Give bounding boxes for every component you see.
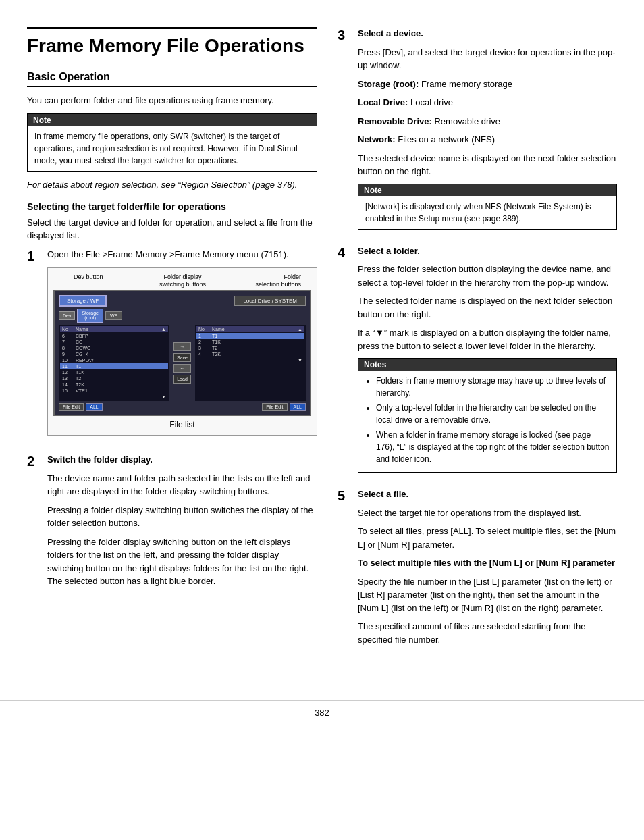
left-file-row-8[interactable]: 8CGWC bbox=[60, 345, 168, 351]
load-btn[interactable]: Load bbox=[173, 375, 191, 384]
right-list-name-header: Name bbox=[212, 327, 225, 332]
step-2-body1: The device name and folder path selected… bbox=[47, 472, 317, 498]
note-box-2: Note [Network] is displayed only when NF… bbox=[358, 184, 617, 230]
left-file-row-15[interactable]: 15VTR1 bbox=[60, 388, 168, 394]
note-body-2: [Network] is displayed only when NFS (Ne… bbox=[358, 196, 616, 229]
step-1: 1 Open the File >Frame Memory >Frame Mem… bbox=[27, 248, 317, 445]
step-5-number: 5 bbox=[338, 488, 351, 652]
step-4: 4 Select a folder. Press the folder sele… bbox=[338, 244, 617, 480]
folder-switching-label: Folder display switching buttons bbox=[159, 273, 206, 288]
note-label-1: Note bbox=[28, 114, 317, 126]
step-5-body2: To select all files, press [ALL]. To sel… bbox=[358, 525, 617, 551]
italic-note: For details about region selection, see … bbox=[27, 178, 317, 192]
left-all-btn[interactable]: ALL bbox=[86, 403, 102, 411]
notes-item-2: Only a top-level folder in the hierarchy… bbox=[376, 402, 610, 426]
step-2-title: Switch the folder display. bbox=[47, 453, 317, 467]
wf-btn[interactable]: WF bbox=[105, 311, 122, 320]
step-4-content: Select a folder. Press the folder select… bbox=[358, 244, 617, 480]
step-3-number: 3 bbox=[338, 27, 351, 236]
right-file-edit-btn[interactable]: File Edit bbox=[262, 403, 287, 411]
step-3-body: Press [Dev], and select the target devic… bbox=[358, 46, 617, 72]
step-5-content: Select a file. Select the target file fo… bbox=[358, 488, 617, 652]
right-list-no-header: No bbox=[198, 327, 212, 332]
step-1-number: 1 bbox=[27, 248, 41, 445]
basic-operation-body: You can perform folder and file operatio… bbox=[27, 94, 317, 107]
step-5-title: Select a file. bbox=[358, 488, 617, 501]
step-3-storage: Storage (root): Frame memory storage bbox=[358, 78, 617, 91]
right-all-btn[interactable]: ALL bbox=[290, 403, 306, 411]
step-4-title: Select a folder. bbox=[358, 244, 617, 258]
step-3-removable: Removable Drive: Removable drive bbox=[358, 115, 617, 128]
left-file-row-14[interactable]: 14T2K bbox=[60, 382, 168, 388]
step-2-number: 2 bbox=[27, 453, 41, 594]
page-container: Frame Memory File Operations Basic Opera… bbox=[0, 0, 644, 687]
step-2-body2: Pressing a folder display switching butt… bbox=[47, 504, 317, 530]
note-box-1: Note In frame memory file operations, on… bbox=[27, 113, 317, 172]
step-4-body1: Press the folder selection button displa… bbox=[358, 263, 617, 289]
arrow-left-btn[interactable]: ← bbox=[173, 364, 191, 373]
right-file-row-1[interactable]: 1T1 bbox=[196, 333, 304, 339]
folder-selection-label: Folder selection buttons bbox=[255, 273, 301, 288]
step-2-body3: Pressing the folder display switching bu… bbox=[47, 535, 317, 588]
left-column: Frame Memory File Operations Basic Opera… bbox=[27, 27, 317, 660]
left-file-row-6[interactable]: 6CBFP bbox=[60, 333, 168, 339]
local-drive-btn[interactable]: Local Drive / SYSTEM bbox=[234, 296, 306, 306]
right-file-row-3[interactable]: 3T2 bbox=[196, 345, 304, 351]
left-list-name-header: Name bbox=[76, 327, 88, 332]
step-4-number: 4 bbox=[338, 244, 351, 480]
step-3-footer: The selected device name is displayed on… bbox=[358, 152, 617, 178]
step-5: 5 Select a file. Select the target file … bbox=[338, 488, 617, 652]
step-4-body2: The selected folder name is displayed on… bbox=[358, 294, 617, 321]
left-file-row-7[interactable]: 7CG bbox=[60, 339, 168, 345]
step-5-sub-heading: To select multiple files with the [Num L… bbox=[358, 556, 617, 570]
basic-operation-heading: Basic Operation bbox=[27, 71, 317, 87]
step-3: 3 Select a device. Press [Dev], and sele… bbox=[338, 27, 617, 236]
step-3-network: Network: Files on a network (NFS) bbox=[358, 133, 617, 147]
file-list-caption: File list bbox=[53, 420, 311, 429]
storage-root-btn[interactable]: Storage(root) bbox=[77, 309, 103, 323]
diagram-container: Dev button Folder display switching butt… bbox=[47, 267, 317, 436]
left-file-row-12[interactable]: 12T1K bbox=[60, 369, 168, 375]
step-3-content: Select a device. Press [Dev], and select… bbox=[358, 27, 617, 236]
notes-item-3: When a folder in frame memory storage is… bbox=[376, 429, 610, 465]
step-5-body1: Select the target file for operations fr… bbox=[358, 506, 617, 520]
arrow-right-btn[interactable]: → bbox=[173, 342, 191, 351]
right-file-row-4[interactable]: 4T2K bbox=[196, 351, 304, 357]
step-2-content: Switch the folder display. The device na… bbox=[47, 453, 317, 594]
left-file-row-11[interactable]: 11T1 bbox=[60, 363, 168, 369]
note-label-2: Note bbox=[358, 184, 616, 196]
step-1-title: Open the File >Frame Memory >Frame Memor… bbox=[47, 248, 317, 261]
save-btn[interactable]: Save bbox=[173, 353, 191, 362]
step-5-sub-body2: The specified amount of files are select… bbox=[358, 620, 617, 646]
right-file-row-2[interactable]: 2T1K bbox=[196, 339, 304, 345]
left-list-no-header: No bbox=[62, 327, 76, 332]
left-file-row-9[interactable]: 9CG_K bbox=[60, 351, 168, 357]
step-1-content: Open the File >Frame Memory >Frame Memor… bbox=[47, 248, 317, 445]
right-column: 3 Select a device. Press [Dev], and sele… bbox=[338, 27, 617, 660]
step-3-local: Local Drive: Local drive bbox=[358, 96, 617, 109]
storage-wf-btn[interactable]: Storage / WF bbox=[59, 295, 107, 307]
notes-list: Folders in frame memory storage may have… bbox=[376, 375, 610, 465]
note-body-1: In frame memory file operations, only SW… bbox=[28, 126, 317, 171]
step-2: 2 Switch the folder display. The device … bbox=[27, 453, 317, 594]
page-title: Frame Memory File Operations bbox=[27, 27, 317, 57]
dev-button-label: Dev button bbox=[74, 273, 103, 288]
selecting-body: Select the target device and folder for … bbox=[27, 216, 317, 242]
page-number: 382 bbox=[0, 700, 644, 731]
step-5-sub-body1: Specify the file number in the [List L] … bbox=[358, 575, 617, 615]
notes-item-1: Folders in frame memory storage may have… bbox=[376, 375, 610, 399]
left-file-row-10[interactable]: 10REPLAY bbox=[60, 357, 168, 363]
left-file-edit-btn[interactable]: File Edit bbox=[59, 403, 84, 411]
selecting-heading: Selecting the target folder/file for ope… bbox=[27, 201, 317, 212]
left-file-row-13[interactable]: 13T2 bbox=[60, 375, 168, 382]
step-3-title: Select a device. bbox=[358, 27, 617, 41]
notes-box: Notes Folders in frame memory storage ma… bbox=[358, 358, 617, 473]
step-4-body3: If a “▼” mark is displayed on a button d… bbox=[358, 326, 617, 352]
dev-btn[interactable]: Dev bbox=[59, 311, 75, 320]
notes-label: Notes bbox=[358, 359, 616, 371]
notes-body: Folders in frame memory storage may have… bbox=[358, 371, 616, 472]
